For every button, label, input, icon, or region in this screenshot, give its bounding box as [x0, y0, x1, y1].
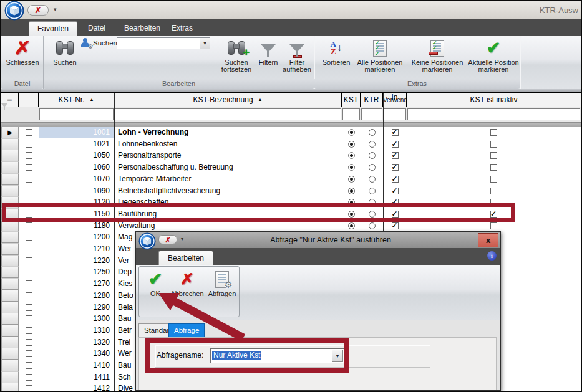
kst-nr-cell[interactable]: 1412 [39, 383, 114, 392]
table-row[interactable]: 1070Temporäre Mitarbeiter [1, 173, 581, 185]
kst-radio[interactable] [348, 164, 355, 171]
kst-inaktiv-checkbox[interactable] [490, 129, 497, 136]
in-verwendung-checkbox[interactable] [392, 176, 399, 183]
row-selector-cell[interactable] [1, 325, 19, 337]
kst-nr-cell[interactable]: 1410 [39, 360, 114, 371]
kst-nr-cell[interactable]: 1320 [39, 337, 114, 348]
row-select-checkbox[interactable] [26, 350, 32, 357]
row-selector-cell[interactable] [1, 337, 19, 348]
kst-inaktiv-checkbox[interactable] [490, 176, 497, 183]
table-row[interactable]: 1090Betriebshaftpflichtversicherung [1, 185, 581, 197]
row-select-checkbox[interactable] [26, 385, 32, 392]
in-verwendung-checkbox[interactable] [392, 222, 399, 229]
filter-bezeichnung-input[interactable] [115, 108, 341, 120]
kst-radio[interactable] [348, 152, 355, 159]
suchen-small-button[interactable]: ⚙ Suchen [81, 38, 117, 48]
kst-radio[interactable] [348, 188, 355, 194]
row-selector-cell[interactable] [1, 348, 19, 360]
row-selector-cell[interactable] [1, 290, 19, 302]
filter-inaktiv-input[interactable] [407, 108, 580, 120]
row-selector-cell[interactable] [1, 138, 19, 150]
kst-nr-cell[interactable]: 1001 [39, 127, 114, 138]
app-logo-icon[interactable] [4, 1, 24, 21]
dialog-qat-dropdown-icon[interactable]: ▾ [181, 236, 183, 242]
suchen-fortsetzen-button[interactable]: + Suchen fortsetzen [216, 37, 257, 73]
kst-nr-cell[interactable]: 1090 [39, 185, 114, 197]
row-select-checkbox[interactable] [26, 164, 32, 171]
row-selector-cell[interactable] [1, 266, 19, 278]
header-kst[interactable]: KST [342, 93, 361, 107]
row-selector-cell[interactable] [1, 302, 19, 313]
kst-bezeichnung-cell[interactable]: Personaltransporte [114, 150, 342, 161]
row-select-checkbox[interactable] [26, 141, 32, 148]
kst-nr-cell[interactable]: 1250 [39, 266, 114, 278]
filter-aufheben-button[interactable]: Filter aufheben [279, 37, 314, 73]
kst-bezeichnung-cell[interactable]: Lohnnebenkosten [114, 138, 342, 150]
table-row[interactable]: 1050Personaltransporte [1, 150, 581, 161]
row-select-checkbox[interactable] [26, 304, 32, 311]
filter-kst-input[interactable] [342, 108, 360, 120]
row-select-checkbox[interactable] [26, 327, 32, 334]
kst-nr-cell[interactable]: 1280 [39, 290, 114, 302]
tab-datei[interactable]: Datei [80, 21, 114, 36]
kst-nr-cell[interactable]: 1290 [39, 302, 114, 313]
dialog-quick-access-close[interactable]: ✗ [158, 235, 177, 244]
kst-inaktiv-checkbox[interactable] [490, 164, 497, 171]
header-bezeichnung[interactable]: KST-Bezeichnung▲ [114, 93, 342, 107]
ktr-radio[interactable] [369, 164, 376, 171]
kst-inaktiv-checkbox[interactable] [490, 188, 497, 194]
kst-inaktiv-checkbox[interactable] [490, 222, 497, 229]
kst-bezeichnung-cell[interactable]: Lohn - Verrechnung [114, 127, 342, 138]
row-select-checkbox[interactable] [26, 339, 32, 346]
ktr-radio[interactable] [369, 141, 376, 148]
ktr-radio[interactable] [369, 188, 376, 194]
table-row[interactable]: 1021Lohnnebenkosten [1, 138, 581, 150]
header-ktr[interactable]: KTR [361, 93, 383, 107]
kst-radio[interactable] [348, 129, 355, 136]
ktr-radio[interactable] [369, 222, 376, 229]
row-selector-cell[interactable] [1, 150, 19, 161]
kst-nr-cell[interactable]: 1210 [39, 243, 114, 255]
row-selector-cell[interactable] [1, 360, 19, 371]
quick-access-close-button[interactable]: ✗ [27, 5, 49, 16]
kst-nr-cell[interactable]: 1411 [39, 371, 114, 383]
kst-bezeichnung-cell[interactable]: Personalbeschaffung u. Betreuung [114, 161, 342, 173]
row-select-checkbox[interactable] [26, 269, 32, 275]
row-selector-cell[interactable] [1, 255, 19, 267]
schliessen-button[interactable]: ✗ Schliessen [4, 37, 41, 66]
ktr-radio[interactable] [369, 176, 376, 183]
row-selector-cell[interactable] [1, 313, 19, 325]
row-select-checkbox[interactable] [26, 234, 32, 241]
row-selector-cell[interactable] [1, 161, 19, 173]
row-selector-cell[interactable] [1, 278, 19, 290]
ktr-radio[interactable] [369, 152, 376, 159]
filtern-button[interactable]: Filtern [255, 37, 282, 66]
kst-nr-cell[interactable]: 1070 [39, 173, 114, 185]
ktr-radio[interactable] [369, 129, 376, 136]
keine-positionen-button[interactable]: ✓✓✓ Keine Positionen markieren [407, 37, 468, 73]
row-select-checkbox[interactable] [26, 315, 32, 322]
row-select-checkbox[interactable] [26, 292, 32, 299]
kst-bezeichnung-cell[interactable]: Temporäre Mitarbeiter [114, 173, 342, 185]
row-select-checkbox[interactable] [26, 246, 32, 252]
kst-radio[interactable] [348, 141, 355, 148]
row-select-checkbox[interactable] [26, 280, 32, 287]
kst-nr-cell[interactable]: 1300 [39, 313, 114, 325]
dialog-close-button[interactable]: x [478, 233, 498, 247]
in-verwendung-checkbox[interactable] [392, 129, 399, 136]
row-select-checkbox[interactable] [26, 188, 32, 194]
kst-nr-cell[interactable]: 1220 [39, 255, 114, 267]
kst-inaktiv-checkbox[interactable] [490, 141, 497, 148]
tab-extras[interactable]: Extras [163, 21, 201, 36]
alle-positionen-button[interactable]: ✓✓✓ Alle Positionen markieren [353, 37, 407, 73]
kst-nr-cell[interactable]: 1050 [39, 150, 114, 161]
row-selector-cell[interactable]: ▶ [1, 127, 19, 138]
in-verwendung-checkbox[interactable] [392, 188, 399, 194]
kst-nr-cell[interactable]: 1200 [39, 231, 114, 243]
row-selector-cell[interactable] [1, 173, 19, 185]
table-row[interactable]: 1060Personalbeschaffung u. Betreuung [1, 161, 581, 173]
header-kst-ist-inaktiv[interactable]: KST ist inaktiv [407, 93, 581, 107]
row-selector-cell[interactable] [1, 371, 19, 383]
header-kst-nr[interactable]: KST-Nr.▲ [39, 93, 114, 107]
suchen-button[interactable]: Suchen [49, 37, 81, 66]
